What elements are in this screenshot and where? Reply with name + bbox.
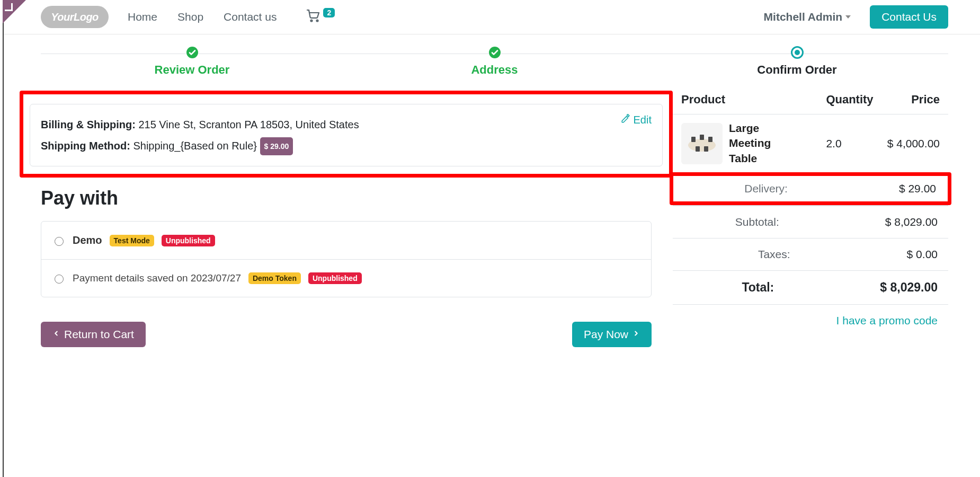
chevron-right-icon: [632, 328, 640, 341]
cart-count-badge: 2: [323, 8, 335, 17]
delivery-value: $ 29.00: [899, 182, 936, 195]
payment-option-name: Demo: [73, 234, 102, 246]
pay-now-button[interactable]: Pay Now: [572, 322, 652, 347]
button-label: Return to Cart: [64, 328, 134, 341]
product-name: Large Meeting Table: [729, 121, 802, 166]
contact-us-button[interactable]: Contact Us: [870, 5, 948, 29]
summary-total: Total: $ 8,029.00: [673, 270, 948, 304]
edit-corner-handle[interactable]: [3, 0, 26, 23]
col-product: Product: [681, 93, 818, 107]
payment-option-detail: Payment details saved on 2023/07/27: [73, 272, 241, 284]
step-active-dot-icon: [791, 46, 804, 59]
total-value: $ 8,029.00: [880, 280, 938, 295]
address-shipping-card: Billing & Shipping: 215 Vine St, Scranto…: [30, 104, 663, 166]
shipping-method-value: Shipping_{Based on Rule}: [133, 140, 257, 152]
billing-address: 215 Vine St, Scranton PA 18503, United S…: [138, 119, 359, 130]
button-label: Pay Now: [584, 328, 628, 341]
promo-row: I have a promo code: [673, 304, 948, 337]
total-label: Total:: [742, 280, 774, 295]
logo-text-1: Your: [51, 11, 74, 23]
shipping-price-badge: $ 29.00: [260, 137, 293, 155]
payment-radio[interactable]: [55, 237, 64, 246]
badge-unpublished: Unpublished: [162, 235, 215, 246]
step-confirm-order[interactable]: Confirm Order: [646, 46, 948, 77]
payment-options: Demo Test Mode Unpublished Payment detai…: [41, 221, 652, 297]
step-review-order[interactable]: Review Order: [41, 46, 343, 77]
badge-unpublished: Unpublished: [308, 272, 362, 284]
step-label: Address: [343, 63, 646, 77]
pay-with-heading: Pay with: [41, 187, 652, 209]
svg-rect-5: [691, 137, 696, 142]
chevron-down-icon: [845, 15, 851, 19]
nav-cart[interactable]: 2: [302, 6, 339, 28]
checkout-stepper: Review Order Address Confirm Order: [41, 46, 948, 77]
top-nav: YourLogo Home Shop Contact us 2 Mitchell…: [4, 0, 980, 34]
payment-radio[interactable]: [55, 275, 64, 284]
summary-taxes: Taxes: $ 0.00: [673, 238, 948, 270]
nav-links: Home Shop Contact us 2: [123, 6, 339, 28]
logo[interactable]: YourLogo: [41, 6, 109, 28]
svg-point-1: [317, 20, 318, 21]
taxes-label: Taxes:: [758, 248, 790, 261]
subtotal-label: Subtotal:: [735, 216, 779, 228]
nav-contact[interactable]: Contact us: [219, 7, 281, 26]
product-qty: 2.0: [802, 137, 866, 150]
step-label: Confirm Order: [646, 63, 948, 77]
check-circle-icon: [186, 46, 199, 59]
billing-label: Billing & Shipping:: [41, 119, 136, 130]
return-to-cart-button[interactable]: Return to Cart: [41, 322, 146, 347]
order-summary: Product Quantity Price Large Meeting Tab…: [673, 91, 948, 347]
delivery-label: Delivery:: [744, 182, 788, 195]
check-circle-icon: [488, 46, 501, 59]
payment-option-demo[interactable]: Demo Test Mode Unpublished: [41, 222, 651, 259]
shipping-method-label: Shipping Method:: [41, 140, 130, 152]
payment-option-saved-token[interactable]: Payment details saved on 2023/07/27 Demo…: [41, 259, 651, 297]
svg-rect-7: [708, 137, 712, 142]
summary-line-item: Large Meeting Table 2.0 $ 4,000.00: [673, 114, 948, 172]
svg-rect-6: [700, 135, 704, 140]
col-quantity: Quantity: [818, 93, 881, 107]
product-price: $ 4,000.00: [866, 137, 940, 150]
summary-subtotal: Subtotal: $ 8,029.00: [673, 206, 948, 238]
chevron-left-icon: [52, 328, 60, 341]
svg-point-0: [311, 20, 313, 21]
product-thumbnail: [681, 123, 723, 164]
pencil-icon: [621, 114, 630, 126]
taxes-value: $ 0.00: [907, 248, 938, 261]
promo-code-link[interactable]: I have a promo code: [836, 314, 938, 326]
badge-demo-token: Demo Token: [248, 272, 301, 284]
nav-home[interactable]: Home: [123, 7, 162, 26]
edit-text: Edit: [634, 114, 652, 126]
nav-shop[interactable]: Shop: [173, 7, 208, 26]
edit-address-link[interactable]: Edit: [621, 114, 652, 126]
col-price: Price: [881, 93, 940, 107]
user-name: Mitchell Admin: [764, 11, 843, 23]
step-address[interactable]: Address: [343, 46, 646, 77]
step-label: Review Order: [41, 63, 343, 77]
logo-text-2: Logo: [74, 11, 99, 23]
subtotal-value: $ 8,029.00: [885, 216, 938, 228]
badge-test-mode: Test Mode: [110, 235, 154, 246]
cart-icon: [306, 10, 320, 25]
highlight-address-card: Billing & Shipping: 215 Vine St, Scranto…: [20, 91, 673, 178]
user-menu[interactable]: Mitchell Admin: [764, 11, 851, 23]
svg-rect-9: [704, 146, 708, 152]
svg-rect-8: [696, 146, 700, 152]
highlight-delivery-row: Delivery: $ 29.00: [670, 172, 951, 205]
